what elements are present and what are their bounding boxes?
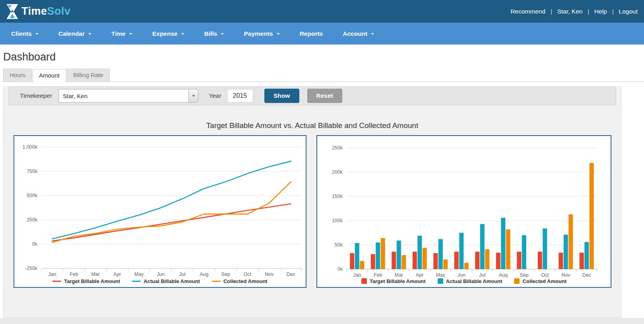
svg-text:Feb: Feb xyxy=(374,272,382,277)
legend-item-collected-amount[interactable]: Collected Amount xyxy=(514,278,566,284)
svg-text:Aug: Aug xyxy=(499,272,508,277)
svg-text:200k: 200k xyxy=(332,169,343,175)
nav-item-clients[interactable]: Clients xyxy=(11,30,39,37)
svg-text:Dec: Dec xyxy=(582,272,591,277)
charts-row: 1,000k750k500k250k0k-250kJanFebMarAprMay… xyxy=(4,135,621,288)
legend-label: Target Billable Amount xyxy=(370,278,426,284)
show-button[interactable]: Show xyxy=(264,89,299,103)
line-chart-legend: Target Billable AmountActual Billable Am… xyxy=(14,277,306,285)
footer-strip xyxy=(0,318,644,324)
nav-item-calendar[interactable]: Calendar xyxy=(58,30,91,37)
svg-text:Nov: Nov xyxy=(561,272,570,277)
svg-text:Jan: Jan xyxy=(353,272,361,277)
tab-billing-rate[interactable]: Billing Rate xyxy=(67,69,110,81)
legend-label: Target Billable Amount xyxy=(64,278,120,284)
svg-text:250k: 250k xyxy=(332,145,343,151)
legend-label: Actual Billable Amount xyxy=(144,278,200,284)
svg-text:Apr: Apr xyxy=(113,272,121,277)
legend-label: Collected Amount xyxy=(223,278,268,284)
nav-item-label: Calendar xyxy=(58,30,85,37)
nav-item-label: Reports xyxy=(300,30,323,37)
nav-item-label: Expense xyxy=(152,30,178,37)
select-caret-button[interactable] xyxy=(188,89,198,102)
svg-text:750k: 750k xyxy=(27,169,38,174)
svg-text:Sep: Sep xyxy=(221,272,230,277)
reset-button[interactable]: Reset xyxy=(307,89,342,103)
header-link-separator: | xyxy=(588,8,589,15)
legend-item-target-billable-amount[interactable]: Target Billable Amount xyxy=(361,278,426,284)
nav-item-time[interactable]: Time xyxy=(111,30,132,37)
brand-suffix: Solv xyxy=(47,5,71,17)
legend-swatch xyxy=(132,281,141,282)
nav-item-label: Account xyxy=(343,30,367,37)
header-links: Recommend|Star, Ken|Help|Logout xyxy=(510,8,638,15)
svg-text:150k: 150k xyxy=(332,194,343,199)
chevron-down-icon xyxy=(221,33,224,35)
year-input[interactable] xyxy=(227,89,253,103)
nav-item-label: Bills xyxy=(204,30,217,37)
svg-text:Apr: Apr xyxy=(416,272,423,277)
legend-item-actual-billable-amount[interactable]: Actual Billable Amount xyxy=(438,278,502,284)
brand-logo[interactable]: TimeSolv xyxy=(6,4,71,19)
year-label: Year xyxy=(209,92,221,99)
chevron-down-icon xyxy=(181,33,184,35)
chevron-down-icon xyxy=(88,33,91,35)
legend-item-collected-amount[interactable]: Collected Amount xyxy=(212,278,268,284)
filter-bar: Timekeeper Star, Ken Year Show Reset xyxy=(8,86,616,105)
header-link-help[interactable]: Help xyxy=(594,8,607,15)
tab-amount[interactable]: Amount xyxy=(33,69,66,82)
legend-swatch xyxy=(212,281,221,282)
chevron-down-icon xyxy=(35,33,39,35)
legend-swatch xyxy=(514,278,520,284)
timekeeper-label: Timekeeper xyxy=(20,92,52,99)
header-link-star-ken[interactable]: Star, Ken xyxy=(557,8,583,15)
svg-text:Jul: Jul xyxy=(179,272,186,277)
svg-text:Aug: Aug xyxy=(200,272,208,277)
top-header: TimeSolv Recommend|Star, Ken|Help|Logout xyxy=(0,0,644,23)
line-chart-svg: 1,000k750k500k250k0k-250kJanFebMarAprMay… xyxy=(14,136,306,277)
svg-text:Feb: Feb xyxy=(70,272,78,277)
svg-text:0k: 0k xyxy=(338,266,343,272)
legend-swatch xyxy=(52,281,61,282)
legend-label: Collected Amount xyxy=(522,278,566,284)
bar-chart-container: 250k200k150k100k50k0kJanFebMarAprMayJunJ… xyxy=(316,135,611,288)
nav-item-account[interactable]: Account xyxy=(343,30,374,37)
header-link-separator: | xyxy=(551,8,552,15)
svg-text:May: May xyxy=(436,272,445,277)
brand-prefix: Time xyxy=(21,5,47,17)
chevron-down-icon xyxy=(371,33,374,35)
svg-text:1,000k: 1,000k xyxy=(22,144,37,150)
svg-text:Jan: Jan xyxy=(48,272,56,277)
nav-item-reports[interactable]: Reports xyxy=(300,30,323,37)
legend-item-actual-billable-amount[interactable]: Actual Billable Amount xyxy=(132,278,200,284)
svg-text:Dec: Dec xyxy=(287,272,295,277)
main-nav: ClientsCalendarTimeExpenseBillsPaymentsR… xyxy=(0,23,644,45)
nav-item-expense[interactable]: Expense xyxy=(152,30,184,37)
svg-text:May: May xyxy=(134,272,144,277)
svg-text:Jul: Jul xyxy=(479,272,485,277)
brand-name: TimeSolv xyxy=(21,5,71,17)
svg-text:Sep: Sep xyxy=(520,272,528,277)
header-link-logout[interactable]: Logout xyxy=(619,8,638,15)
tab-hours[interactable]: Hours xyxy=(3,69,32,81)
bar-chart-legend: Target Billable AmountActual Billable Am… xyxy=(317,277,611,285)
nav-item-payments[interactable]: Payments xyxy=(244,30,279,37)
nav-item-bills[interactable]: Bills xyxy=(204,30,224,37)
page-title: Dashboard xyxy=(3,51,644,63)
legend-item-target-billable-amount[interactable]: Target Billable Amount xyxy=(52,278,120,284)
dashboard-panel: Timekeeper Star, Ken Year Show Reset Tar… xyxy=(3,86,621,318)
svg-text:250k: 250k xyxy=(27,217,38,223)
chevron-down-icon xyxy=(129,33,132,35)
nav-item-label: Time xyxy=(111,30,126,37)
charts-section-title: Target Billable Amount vs. Actual Billab… xyxy=(4,121,621,130)
bar-chart-svg: 250k200k150k100k50k0kJanFebMarAprMayJunJ… xyxy=(317,136,611,277)
svg-text:Nov: Nov xyxy=(265,272,274,277)
svg-text:Jun: Jun xyxy=(157,272,165,277)
timekeeper-select[interactable]: Star, Ken xyxy=(58,89,198,103)
svg-text:Oct: Oct xyxy=(244,272,252,277)
line-chart-container: 1,000k750k500k250k0k-250kJanFebMarAprMay… xyxy=(14,135,306,288)
header-link-recommend[interactable]: Recommend xyxy=(510,8,545,15)
svg-text:Oct: Oct xyxy=(541,272,549,277)
legend-swatch xyxy=(438,278,443,284)
svg-text:0k: 0k xyxy=(32,241,38,247)
